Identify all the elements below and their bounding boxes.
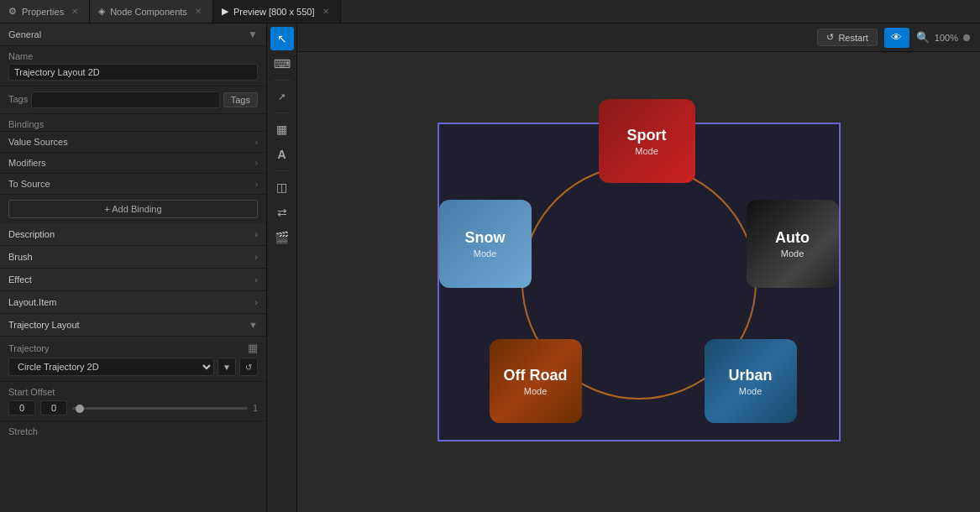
canvas-content: Sport Mode Snow Mode Auto Mode	[297, 52, 980, 512]
value-sources-chevron: ›	[255, 138, 258, 147]
card-auto[interactable]: Auto Mode	[747, 200, 839, 288]
tool-keyboard[interactable]: ⌨	[270, 52, 294, 76]
effect-label: Effect	[8, 274, 32, 285]
add-binding-button[interactable]: + Add Binding	[8, 200, 258, 218]
tab-properties[interactable]: ⚙ Properties ✕	[0, 0, 90, 23]
auto-subtitle: Mode	[781, 248, 804, 259]
tab-properties-close[interactable]: ✕	[69, 6, 81, 17]
tab-node-components[interactable]: ◈ Node Components ✕	[90, 0, 213, 23]
trajectory-select[interactable]: Circle Trajectory 2D	[8, 358, 214, 376]
trajectory-reset-btn[interactable]: ↺	[239, 358, 258, 376]
modifiers-label: Modifiers	[8, 158, 46, 168]
tool-media[interactable]: 🎬	[270, 226, 294, 249]
offset-max: 1	[253, 403, 258, 413]
offset-input-1[interactable]	[8, 400, 35, 415]
toolbar-separator-3	[274, 170, 291, 171]
left-panel: General ▼ Name Tags Tags Bindings Value …	[0, 24, 267, 512]
trajectory-label-text: Trajectory	[8, 343, 50, 353]
eye-button[interactable]: 👁	[884, 28, 909, 48]
preview-play-icon: ▶	[222, 6, 228, 17]
zoom-dot	[963, 34, 970, 41]
preview-toolbar-right: ↺ Restart 👁 🔍 100%	[817, 28, 970, 48]
bindings-label: Bindings	[0, 114, 266, 132]
toolbar-separator-2	[274, 112, 291, 113]
snow-subtitle: Mode	[474, 248, 497, 259]
offset-slider-container	[72, 407, 248, 410]
toolbar-separator-1	[274, 80, 291, 81]
node-components-icon: ◈	[98, 6, 105, 17]
name-label: Name	[8, 51, 258, 61]
preview-toolbar: ↺ Restart 👁 🔍 100%	[297, 24, 980, 52]
zoom-label: 100%	[935, 33, 958, 43]
value-sources-label: Value Sources	[8, 137, 68, 147]
tab-preview-close[interactable]: ✕	[320, 6, 332, 17]
tool-grid[interactable]: ▦	[270, 118, 294, 141]
trajectory-icon: ▦	[248, 342, 258, 354]
auto-title: Auto	[775, 229, 810, 247]
tab-preview-label: Preview [800 x 550]	[233, 7, 315, 17]
brush-chevron: ›	[254, 252, 258, 262]
collapsible-layout-item[interactable]: Layout.Item ›	[0, 291, 266, 314]
description-chevron: ›	[254, 229, 258, 239]
preview-area: ↺ Restart 👁 🔍 100%	[297, 24, 980, 512]
collapsible-trajectory-layout[interactable]: Trajectory Layout ▼	[0, 314, 266, 337]
general-label: General	[8, 29, 41, 39]
offset-slider-track[interactable]	[72, 407, 248, 410]
layout-item-chevron: ›	[254, 297, 258, 307]
restart-icon: ↺	[826, 32, 834, 43]
vertical-toolbar: ↖ ⌨ ↗ ▦ A ◫ ⇄ 🎬	[267, 24, 297, 512]
brush-label: Brush	[8, 252, 33, 262]
tab-node-components-close[interactable]: ✕	[192, 6, 204, 17]
tags-input[interactable]	[31, 91, 220, 108]
card-snow[interactable]: Snow Mode	[439, 200, 532, 288]
tool-text[interactable]: A	[270, 143, 294, 166]
name-field-group: Name	[0, 46, 266, 86]
general-section-header[interactable]: General ▼	[0, 24, 266, 46]
start-offset-section: Start Offset 1	[0, 382, 266, 421]
snow-title: Snow	[465, 229, 506, 247]
trajectory-layout-label: Trajectory Layout	[8, 320, 80, 330]
offroad-title: Off Road	[504, 367, 568, 384]
sport-title: Sport	[627, 127, 667, 144]
offroad-subtitle: Mode	[524, 386, 548, 396]
offset-slider-thumb[interactable]	[76, 405, 84, 413]
tags-label: Tags	[8, 94, 28, 104]
to-source-chevron: ›	[255, 180, 258, 189]
binding-value-sources[interactable]: Value Sources ›	[0, 132, 266, 153]
tags-button[interactable]: Tags	[223, 92, 258, 107]
collapsible-effect[interactable]: Effect ›	[0, 269, 266, 291]
canvas-area: ↖ ⌨ ↗ ▦ A ◫ ⇄ 🎬 ↺ Restart	[267, 24, 980, 512]
tab-node-components-label: Node Components	[110, 7, 187, 17]
name-input[interactable]	[8, 64, 258, 81]
tool-share[interactable]: ⇄	[270, 201, 294, 224]
tool-layers[interactable]: ◫	[270, 175, 294, 199]
binding-to-source[interactable]: To Source ›	[0, 174, 266, 195]
effect-chevron: ›	[254, 274, 258, 285]
tool-select[interactable]: ↖	[270, 27, 294, 50]
tab-properties-label: Properties	[22, 7, 64, 17]
zoom-icon: 🔍	[916, 31, 930, 44]
restart-button[interactable]: ↺ Restart	[817, 29, 877, 46]
offset-row: 1	[8, 400, 258, 415]
description-label: Description	[8, 229, 55, 239]
trajectory-layout-chevron: ▼	[249, 320, 258, 330]
urban-subtitle: Mode	[739, 386, 763, 396]
collapsible-brush[interactable]: Brush ›	[0, 246, 266, 269]
main-layout: General ▼ Name Tags Tags Bindings Value …	[0, 24, 980, 512]
binding-modifiers[interactable]: Modifiers ›	[0, 153, 266, 174]
sport-subtitle: Mode	[635, 146, 658, 156]
stretch-label: Stretch	[0, 421, 266, 438]
tab-preview[interactable]: ▶ Preview [800 x 550] ✕	[213, 0, 341, 23]
to-source-label: To Source	[8, 179, 50, 189]
tab-bar: ⚙ Properties ✕ ◈ Node Components ✕ ▶ Pre…	[0, 0, 980, 24]
collapsible-description[interactable]: Description ›	[0, 223, 266, 246]
urban-title: Urban	[728, 367, 772, 384]
card-sport[interactable]: Sport Mode	[599, 99, 695, 183]
trajectory-section: Trajectory ▦ Circle Trajectory 2D ▼ ↺	[0, 337, 266, 382]
preview-frame: Sport Mode Snow Mode Auto Mode	[438, 123, 841, 441]
trajectory-dropdown-btn[interactable]: ▼	[217, 358, 236, 376]
tool-cursor[interactable]: ↗	[270, 85, 294, 108]
card-urban[interactable]: Urban Mode	[705, 339, 797, 423]
card-offroad[interactable]: Off Road Mode	[490, 339, 582, 423]
offset-input-2[interactable]	[40, 400, 67, 415]
